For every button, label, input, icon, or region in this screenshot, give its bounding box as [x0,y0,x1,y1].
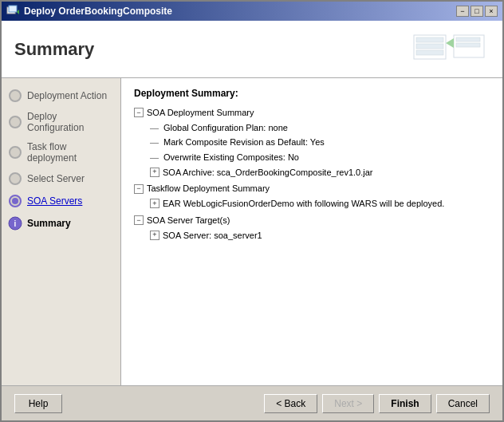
tree-item-ear: + EAR WebLogicFusionOrderDemo with follo… [134,196,490,211]
sidebar-item-soa-servers[interactable]: SOA Servers [2,190,120,212]
app-icon [6,5,19,18]
tree-item-soa-deployment: − SOA Deployment Summary [134,105,490,120]
sidebar-label-deploy-configuration: Deploy Configuration [27,111,114,133]
svg-marker-10 [446,38,454,48]
next-button[interactable]: Next > [322,394,374,413]
step-icon-deployment-action [8,89,22,103]
sidebar-item-summary[interactable]: i Summary [2,212,120,235]
main-window: Deploy OrderBookingComposite − □ × Summa… [0,0,504,422]
back-button[interactable]: < Back [264,394,317,413]
close-button[interactable]: × [485,6,498,17]
footer: Help < Back Next > Finish Cancel [2,385,502,420]
minimize-button[interactable]: − [456,6,469,17]
step-icon-summary: i [8,216,22,231]
main-content: Deployment Action Deploy Configuration T… [2,78,502,385]
step-icon-select-server [8,172,22,186]
svg-text:i: i [14,219,17,228]
tree-item-mark-composite: — Mark Composite Revision as Default: Ye… [134,135,490,150]
tree-item-overwrite: — Overwrite Existing Composites: No [134,150,490,165]
sidebar-item-select-server[interactable]: Select Server [2,168,120,190]
svg-rect-1 [9,6,17,12]
tree-label-soa-deployment: SOA Deployment Summary [147,105,254,120]
tree-label-soa-target: SOA Server Target(s) [147,213,230,228]
sidebar-label-select-server: Select Server [27,173,85,184]
footer-nav-buttons: < Back Next > Finish Cancel [264,394,490,413]
tree-label-overwrite: Overwrite Existing Composites: No [163,150,299,165]
svg-rect-4 [416,37,443,42]
content-panel: Deployment Summary: − SOA Deployment Sum… [121,78,502,385]
title-bar-left: Deploy OrderBookingComposite [6,5,172,18]
tree-label-soa-server1: SOA Server: soa_server1 [163,228,262,243]
title-bar: Deploy OrderBookingComposite − □ × [2,2,502,21]
tree-label-global-config: Global Configuration Plan: none [163,120,288,136]
svg-rect-9 [456,43,480,47]
sidebar-label-summary: Summary [27,218,71,229]
header-graphic [410,27,490,71]
tree-label-taskflow: Taskflow Deployment Summary [147,181,270,196]
sidebar-label-deployment-action: Deployment Action [27,90,107,101]
header-illustration [410,27,490,71]
page-header: Summary [2,21,502,78]
expand-soa-server1[interactable]: + [150,231,159,240]
deployment-summary-label: Deployment Summary: [134,88,490,99]
tree-item-soa-target: − SOA Server Target(s) [134,213,490,228]
expand-ear[interactable]: + [150,199,159,208]
expand-taskflow[interactable]: − [134,184,144,194]
svg-rect-8 [456,37,480,41]
step-icon-flow-deployment [8,145,22,160]
step-icon-soa-servers [8,194,22,208]
tree-label-mark-composite: Mark Composite Revision as Default: Yes [163,135,325,150]
tree-label-ear: EAR WebLogicFusionOrderDemo with followi… [163,196,444,211]
help-button[interactable]: Help [14,394,62,413]
sidebar-item-flow-deployment[interactable]: Task flow deployment [2,137,120,168]
step-icon-deploy-configuration [8,115,22,129]
sidebar-label-soa-servers[interactable]: SOA Servers [27,195,82,207]
sidebar-label-flow-deployment: Task flow deployment [27,141,114,164]
svg-rect-6 [416,50,443,55]
cancel-button[interactable]: Cancel [436,394,490,413]
tree-item-taskflow-deployment: − Taskflow Deployment Summary [134,181,490,196]
expand-soa-target[interactable]: − [134,215,144,225]
tree-item-global-config: — Global Configuration Plan: none [134,120,490,136]
svg-rect-5 [416,44,443,49]
finish-button[interactable]: Finish [379,394,431,413]
expand-soa-deployment[interactable]: − [134,108,144,117]
sidebar: Deployment Action Deploy Configuration T… [2,78,121,385]
tree-label-soa-archive: SOA Archive: sca_OrderBookingComposite_r… [163,165,373,180]
expand-soa-archive[interactable]: + [150,168,159,177]
sidebar-item-deployment-action[interactable]: Deployment Action [2,85,120,107]
tree-item-soa-server1: + SOA Server: soa_server1 [134,228,490,243]
deployment-tree: − SOA Deployment Summary — Global Config… [134,105,490,243]
tree-item-soa-archive: + SOA Archive: sca_OrderBookingComposite… [134,165,490,180]
page-title: Summary [14,39,94,60]
maximize-button[interactable]: □ [471,6,483,17]
title-bar-buttons: − □ × [456,6,498,17]
summary-active-icon: i [8,216,22,231]
window-title: Deploy OrderBookingComposite [24,6,172,17]
sidebar-item-deploy-configuration[interactable]: Deploy Configuration [2,107,120,137]
